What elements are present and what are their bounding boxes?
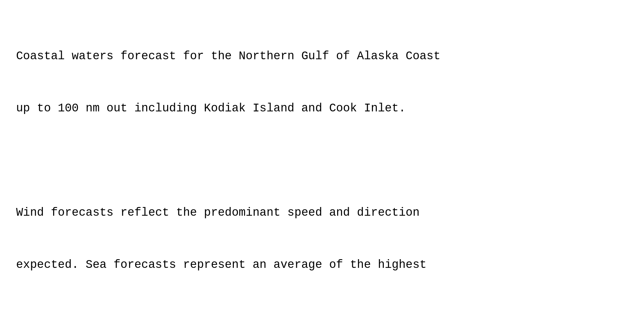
- header-line1: Coastal waters forecast for the Northern…: [16, 48, 468, 65]
- header-line2: up to 100 nm out including Kodiak Island…: [16, 100, 468, 117]
- forecast-content: Coastal waters forecast for the Northern…: [0, 0, 484, 311]
- description-line3: one-third of the combined wind wave and …: [16, 308, 468, 311]
- blank1: [16, 152, 468, 169]
- description-line2: expected. Sea forecasts represent an ave…: [16, 256, 468, 274]
- description-line1: Wind forecasts reflect the predominant s…: [16, 204, 468, 221]
